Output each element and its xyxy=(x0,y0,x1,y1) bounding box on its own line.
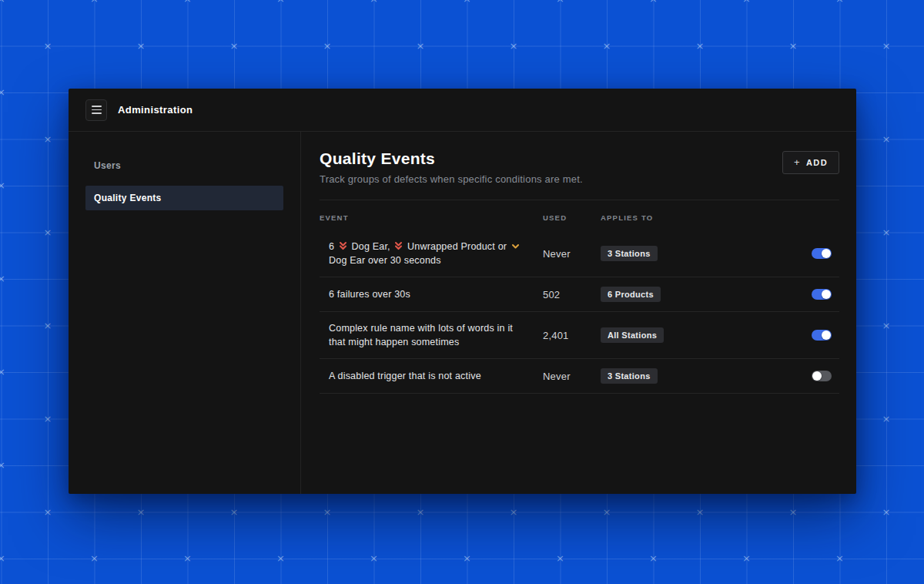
x-mark-decoration: × xyxy=(0,551,7,566)
x-mark-decoration: × xyxy=(508,505,519,520)
x-mark-decoration: × xyxy=(648,551,659,566)
add-button[interactable]: + ADD xyxy=(782,151,839,174)
toggle-knob xyxy=(822,290,831,299)
x-mark-decoration: × xyxy=(881,225,892,240)
topbar: Administration xyxy=(69,89,856,132)
x-mark-decoration: × xyxy=(695,505,705,520)
used-value: 2,401 xyxy=(543,330,601,341)
x-mark-decoration: × xyxy=(462,0,473,7)
table-header: EVENT USED APPLIES TO xyxy=(320,200,839,230)
x-mark-decoration: × xyxy=(229,39,239,54)
enabled-toggle[interactable] xyxy=(812,289,832,300)
x-mark-decoration: × xyxy=(276,551,286,566)
x-mark-decoration: × xyxy=(0,178,7,193)
table-row[interactable]: 6 failures over 30s5026 Products xyxy=(320,277,839,312)
app-title: Administration xyxy=(118,104,192,116)
event-name: 6 failures over 30s xyxy=(320,287,543,301)
double-chevron-down-icon xyxy=(394,241,403,250)
plus-icon: + xyxy=(794,159,801,166)
x-mark-decoration: × xyxy=(415,39,426,54)
x-mark-decoration: × xyxy=(42,505,53,520)
event-name: Complex rule name with lots of words in … xyxy=(320,321,543,349)
administration-window: Administration Users Quality Events Qual… xyxy=(69,89,856,494)
page-subtitle: Track groups of defects when specific co… xyxy=(320,173,583,185)
table-row[interactable]: A disabled trigger that is not activeNev… xyxy=(320,359,839,394)
used-value: 502 xyxy=(543,289,601,300)
x-mark-decoration: × xyxy=(0,0,7,7)
x-mark-decoration: × xyxy=(182,0,193,7)
x-mark-decoration: × xyxy=(322,505,333,520)
menu-button[interactable] xyxy=(85,99,107,121)
x-mark-decoration: × xyxy=(601,505,612,520)
toggle-cell xyxy=(812,289,839,300)
toggle-cell xyxy=(812,330,839,341)
x-mark-decoration: × xyxy=(555,551,566,566)
x-mark-decoration: × xyxy=(881,318,892,334)
chevron-down-icon xyxy=(511,243,520,250)
x-mark-decoration: × xyxy=(695,39,705,54)
x-mark-decoration: × xyxy=(788,39,798,54)
x-mark-decoration: × xyxy=(881,505,892,520)
x-mark-decoration: × xyxy=(742,0,752,7)
x-mark-decoration: × xyxy=(555,0,566,7)
used-value: Never xyxy=(543,371,601,382)
x-mark-decoration: × xyxy=(42,318,53,334)
column-header-event: EVENT xyxy=(320,213,543,222)
enabled-toggle[interactable] xyxy=(812,371,832,381)
x-mark-decoration: × xyxy=(881,411,892,427)
x-mark-decoration: × xyxy=(276,0,286,7)
toggle-knob xyxy=(822,331,831,340)
applies-to-cell: 3 Stations xyxy=(601,246,790,261)
x-mark-decoration: × xyxy=(369,0,380,7)
x-mark-decoration: × xyxy=(136,39,146,54)
x-mark-decoration: × xyxy=(462,551,473,566)
x-mark-decoration: × xyxy=(601,39,612,54)
x-mark-decoration: × xyxy=(881,132,892,147)
x-mark-decoration: × xyxy=(788,505,798,520)
x-mark-decoration: × xyxy=(0,458,7,473)
x-mark-decoration: × xyxy=(0,271,7,287)
x-mark-decoration: × xyxy=(881,39,892,54)
x-mark-decoration: × xyxy=(742,551,752,566)
desktop-background: ××××××××××××××××××××××××××××××××××××××××… xyxy=(0,0,924,584)
applies-to-cell: 6 Products xyxy=(601,287,790,302)
table-row[interactable]: Complex rule name with lots of words in … xyxy=(320,312,839,359)
sidebar-item-users[interactable]: Users xyxy=(85,153,283,178)
event-name: A disabled trigger that is not active xyxy=(320,369,543,383)
x-mark-decoration: × xyxy=(136,505,146,520)
applies-to-badge: 3 Stations xyxy=(601,246,658,261)
x-mark-decoration: × xyxy=(0,85,7,100)
x-mark-decoration: × xyxy=(835,0,845,7)
x-mark-decoration: × xyxy=(835,551,845,566)
x-mark-decoration: × xyxy=(0,364,7,380)
x-mark-decoration: × xyxy=(89,0,100,7)
table-row[interactable]: 6 Dog Ear, Unwrapped Product or Dog Ear … xyxy=(320,230,839,277)
x-mark-decoration: × xyxy=(508,39,519,54)
enabled-toggle[interactable] xyxy=(812,248,832,259)
x-mark-decoration: × xyxy=(648,0,659,7)
table-body: 6 Dog Ear, Unwrapped Product or Dog Ear … xyxy=(320,230,839,394)
toggle-knob xyxy=(822,249,831,258)
enabled-toggle[interactable] xyxy=(812,330,832,341)
column-header-applies-to: APPLIES TO xyxy=(601,213,790,222)
toggle-cell xyxy=(812,371,839,381)
x-mark-decoration: × xyxy=(182,551,193,566)
applies-to-badge: 3 Stations xyxy=(601,368,658,384)
hamburger-icon xyxy=(92,106,102,114)
column-header-used: USED xyxy=(543,213,601,222)
applies-to-cell: All Stations xyxy=(601,327,790,343)
add-button-label: ADD xyxy=(806,158,828,167)
x-mark-decoration: × xyxy=(229,505,239,520)
x-mark-decoration: × xyxy=(42,225,53,240)
x-mark-decoration: × xyxy=(42,411,53,427)
applies-to-badge: All Stations xyxy=(601,327,664,343)
main-panel: Quality Events Track groups of defects w… xyxy=(301,132,856,494)
x-mark-decoration: × xyxy=(415,505,426,520)
sidebar-item-quality-events[interactable]: Quality Events xyxy=(85,186,283,210)
toggle-cell xyxy=(812,248,839,259)
used-value: Never xyxy=(543,248,601,260)
x-mark-decoration: × xyxy=(369,551,380,566)
toggle-knob xyxy=(812,371,822,381)
page-header: Quality Events Track groups of defects w… xyxy=(320,149,839,185)
x-mark-decoration: × xyxy=(42,132,53,147)
